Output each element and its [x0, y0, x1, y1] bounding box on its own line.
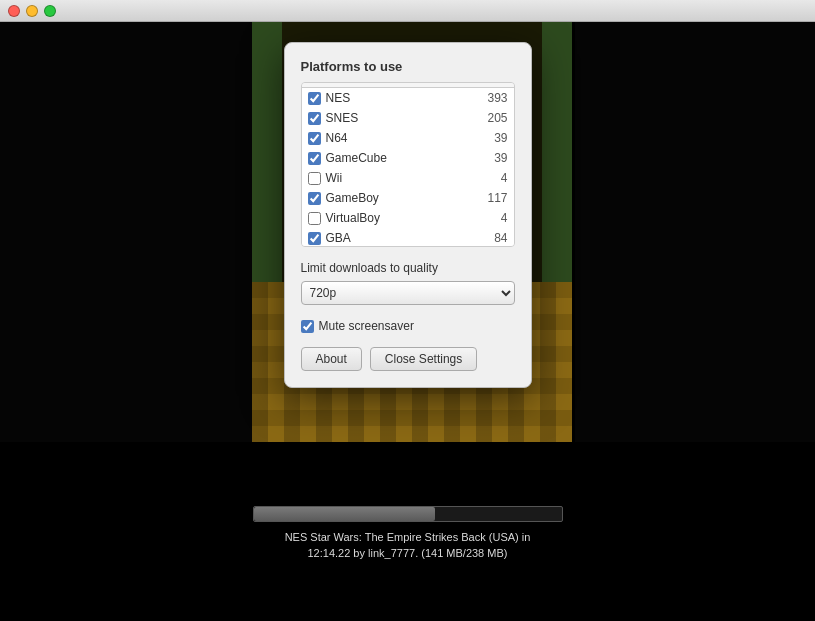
platform-checkbox[interactable]	[308, 232, 321, 245]
list-item[interactable]: GameCube39	[302, 148, 514, 168]
list-item[interactable]: GameBoy117	[302, 188, 514, 208]
close-settings-button[interactable]: Close Settings	[370, 347, 477, 371]
list-item[interactable]: GBA84	[302, 228, 514, 247]
quality-label: Limit downloads to quality	[301, 261, 515, 275]
platform-count: 393	[468, 91, 508, 105]
quality-section: Limit downloads to quality 720p1080p480p…	[301, 261, 515, 305]
app-area: NES Star Wars: The Empire Strikes Back (…	[0, 22, 815, 621]
platform-name: VirtualBoy	[326, 211, 468, 225]
platform-count: 4	[468, 171, 508, 185]
platform-checkbox[interactable]	[308, 92, 321, 105]
platform-name: GameCube	[326, 151, 468, 165]
about-button[interactable]: About	[301, 347, 362, 371]
platform-count: 39	[468, 131, 508, 145]
platform-name: N64	[326, 131, 468, 145]
platform-name: GBA	[326, 231, 468, 245]
platform-checkbox[interactable]	[308, 192, 321, 205]
platform-count: 39	[468, 151, 508, 165]
settings-panel: Platforms to use NES393SNES205N6439GameC…	[284, 42, 532, 388]
platform-list[interactable]: NES393SNES205N6439GameCube39Wii4GameBoy1…	[301, 82, 515, 247]
section-title: Platforms to use	[301, 59, 515, 74]
platform-checkbox[interactable]	[308, 132, 321, 145]
quality-select[interactable]: 720p1080p480p360p	[301, 281, 515, 305]
platform-name: NES	[326, 91, 468, 105]
mute-label: Mute screensaver	[319, 319, 414, 333]
platform-name: SNES	[326, 111, 468, 125]
list-item[interactable]: SNES205	[302, 108, 514, 128]
modal-overlay: Platforms to use NES393SNES205N6439GameC…	[0, 22, 815, 621]
list-item[interactable]: NES393	[302, 88, 514, 108]
list-item[interactable]: Wii4	[302, 168, 514, 188]
close-button[interactable]	[8, 5, 20, 17]
mute-checkbox[interactable]	[301, 320, 314, 333]
list-item[interactable]: VirtualBoy4	[302, 208, 514, 228]
minimize-button[interactable]	[26, 5, 38, 17]
platform-count: 117	[468, 191, 508, 205]
title-bar	[0, 0, 815, 22]
platform-checkbox[interactable]	[308, 152, 321, 165]
platform-count: 205	[468, 111, 508, 125]
platform-checkbox[interactable]	[308, 172, 321, 185]
platform-checkbox[interactable]	[308, 212, 321, 225]
button-row: About Close Settings	[301, 347, 515, 371]
mute-section: Mute screensaver	[301, 319, 515, 333]
platform-name: Wii	[326, 171, 468, 185]
platform-checkbox[interactable]	[308, 112, 321, 125]
maximize-button[interactable]	[44, 5, 56, 17]
platform-count: 84	[468, 231, 508, 245]
platform-name: GameBoy	[326, 191, 468, 205]
list-item[interactable]: N6439	[302, 128, 514, 148]
platform-count: 4	[468, 211, 508, 225]
